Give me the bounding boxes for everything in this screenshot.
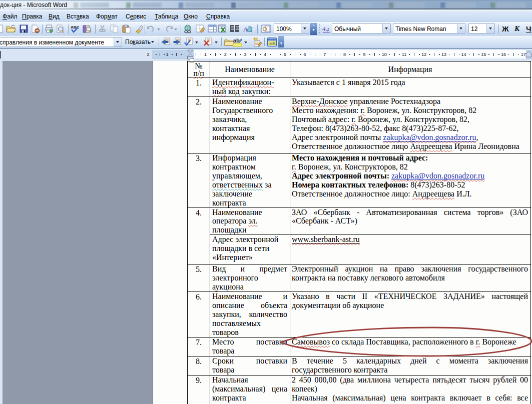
svg-text:4: 4	[322, 25, 326, 32]
svg-text:A: A	[243, 26, 248, 33]
svg-text:4: 4	[326, 26, 329, 33]
svg-text:ABC: ABC	[71, 25, 80, 30]
svg-text:ab: ab	[233, 38, 240, 44]
